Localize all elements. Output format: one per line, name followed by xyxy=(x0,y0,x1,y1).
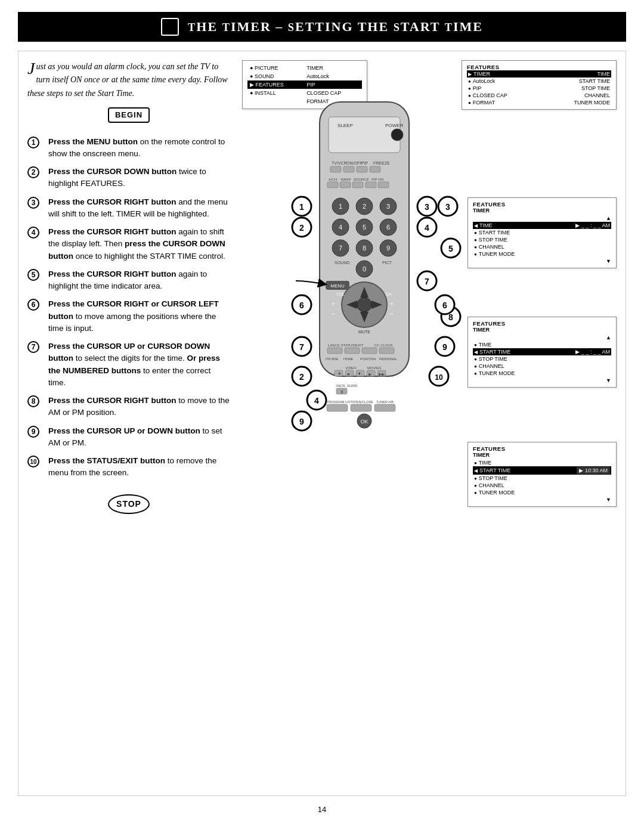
screen5-st-value: ▶ 10:30 AM xyxy=(577,467,610,474)
remote-svg: SLEEP POWER TV/VCR ON/OFF PIP FREEZE A xyxy=(248,90,481,615)
svg-text:VIDEO: VIDEO xyxy=(345,366,357,370)
svg-rect-64 xyxy=(379,348,394,354)
step-9-text: Press the CURSOR UP or DOWN button to se… xyxy=(48,425,230,450)
svg-text:2: 2 xyxy=(299,223,304,233)
svg-text:0: 0 xyxy=(363,265,366,272)
screen3-time-bullet: ◀ xyxy=(474,223,478,228)
screen-label-picture: ● PICTURE xyxy=(247,64,304,72)
svg-text:SOURCE: SOURCE xyxy=(354,178,369,181)
step-5-text: Press the CURSOR RIGHT button again to h… xyxy=(48,268,230,293)
svg-text:LANCE STATUS/EXIT: LANCE STATUS/EXIT xyxy=(328,343,364,347)
screen5-time-label: TIME xyxy=(479,460,492,466)
svg-text:CC CLOCK: CC CLOCK xyxy=(374,343,393,347)
svg-text:MOVIES: MOVIES xyxy=(367,366,381,370)
svg-rect-87 xyxy=(327,404,348,411)
step-2: 2 Press the CURSOR DOWN button twice to … xyxy=(27,166,230,190)
svg-text:7: 7 xyxy=(339,244,342,252)
screen5-ch-label: CHANNEL xyxy=(479,482,504,488)
screen4-tm-bullet: ● xyxy=(474,371,477,376)
screen3-spt-label: STOP TIME xyxy=(479,237,507,243)
svg-text:7: 7 xyxy=(425,277,429,286)
page-title: THE TIMER – SETTING THE START TIME xyxy=(188,19,483,35)
screen2-autolock-bullet: ● xyxy=(468,79,471,84)
step-3-number: 3 xyxy=(27,197,39,209)
screen3-starttime-row: ● START TIME xyxy=(473,229,611,236)
step-6-number: 6 xyxy=(27,299,39,311)
remote-control-area: SLEEP POWER TV/VCR ON/OFF PIP FREEZE A xyxy=(248,90,481,627)
svg-text:CH: CH xyxy=(385,292,391,296)
screen3-subheader: TIMER xyxy=(473,208,611,213)
screen4-tm-label: TUNER MODE xyxy=(479,370,515,376)
svg-text:OPEN/CLOSE: OPEN/CLOSE xyxy=(352,400,373,404)
svg-text:INCR. SURR.: INCR. SURR. xyxy=(336,384,358,388)
screen2-stoptime-label: STOP TIME xyxy=(581,85,610,91)
svg-text:MENU: MENU xyxy=(330,283,345,289)
svg-text:MUTE: MUTE xyxy=(358,330,370,334)
screen4-channel-row: ● CHANNEL xyxy=(473,363,611,370)
step-7: 7 Press the CURSOR UP or CURSOR DOWN but… xyxy=(27,340,230,389)
svg-text:▶▶: ▶▶ xyxy=(379,372,385,376)
svg-text:■: ■ xyxy=(347,372,349,376)
screen-row-picture: ● PICTURE TIMER xyxy=(247,64,362,72)
screen4-subheader: TIMER xyxy=(473,327,611,333)
screen4-up-arrow: ▲ xyxy=(606,335,611,340)
screen5-st-bullet: ◀ xyxy=(474,468,478,473)
svg-point-4 xyxy=(391,129,403,141)
screen2-time-label: TIME xyxy=(597,71,611,77)
svg-text:–: – xyxy=(332,310,335,317)
screen5-tunermode-row: ● TUNER MODE xyxy=(473,489,611,496)
screen3-spt-bullet: ● xyxy=(474,237,477,243)
screen2-closedcap-row: ● CLOSED CAP CHANNEL xyxy=(467,92,611,99)
step-5: 5 Press the CURSOR RIGHT button again to… xyxy=(27,268,230,293)
main-content: Just as you would an alarm clock, you ca… xyxy=(18,51,626,796)
step-9: 9 Press the CURSOR UP or DOWN button to … xyxy=(27,425,230,450)
svg-text:9: 9 xyxy=(299,417,304,426)
svg-text:A/CH: A/CH xyxy=(329,178,337,181)
svg-text:FREEZE: FREEZE xyxy=(373,161,390,165)
drop-cap: J xyxy=(27,60,35,77)
svg-text:PERSONAL: PERSONAL xyxy=(379,357,397,361)
screen3-time-row: ◀ TIME ▶ _ _ : _ _ AM xyxy=(473,222,611,229)
svg-text:6: 6 xyxy=(386,224,390,231)
begin-label: BEGIN xyxy=(108,107,150,123)
step-9-number: 9 xyxy=(27,426,39,438)
svg-text:SWAP: SWAP xyxy=(340,178,351,181)
screen-value-timer: TIMER xyxy=(304,64,362,72)
intro-paragraph: Just as you would an alarm clock, you ca… xyxy=(27,60,230,100)
screen3-header: FEATURES xyxy=(473,201,611,208)
screen4-ch-label: CHANNEL xyxy=(479,363,504,369)
screen2-autolock-row: ● AutoLock START TIME xyxy=(467,78,611,85)
screen5-time-row: ● TIME xyxy=(473,459,611,466)
step-8-text: Press the CURSOR RIGHT button to move to… xyxy=(48,395,230,419)
screen5-spt-label: STOP TIME xyxy=(479,475,507,481)
step-10: 10 Press the STATUS/EXIT button to remov… xyxy=(27,455,230,479)
svg-rect-20 xyxy=(366,182,376,188)
screen-value-pip: PIP xyxy=(304,80,362,89)
screen4-tunermode-row: ● TUNER MODE xyxy=(473,370,611,377)
screen2-tunermode-label: TUNER MODE xyxy=(574,100,611,106)
svg-rect-63 xyxy=(362,348,377,354)
screen-timer-filled: FEATURES TIMER ● TIME ◀ START TIME ▶ 10:… xyxy=(467,442,617,507)
screen-timer-starttime: FEATURES TIMER ▲ ● TIME ◀ START TIME ▶ _… xyxy=(467,317,617,388)
screen3-st-bullet: ● xyxy=(474,230,477,236)
screen2-pip-row: ● PIP STOP TIME xyxy=(467,85,611,92)
svg-text:PICT: PICT xyxy=(382,261,392,265)
screen5: FEATURES TIMER ● TIME ◀ START TIME ▶ 10:… xyxy=(467,442,617,507)
step-4: 4 Press the CURSOR RIGHT button again to… xyxy=(27,226,230,262)
svg-text:PIP ON: PIP ON xyxy=(371,178,383,181)
svg-rect-1 xyxy=(329,117,400,153)
screen3-tunermode-row: ● TUNER MODE xyxy=(473,250,611,258)
screen4-spt-bullet: ● xyxy=(474,357,477,362)
screen3-st-label: START TIME xyxy=(479,230,510,236)
screen2-timer-label: TIMER xyxy=(473,71,490,77)
screen4-ch-bullet: ● xyxy=(474,364,477,369)
screen2-autolock-label: AutoLock xyxy=(473,78,496,84)
svg-text:5: 5 xyxy=(363,224,366,231)
title-icon xyxy=(161,18,179,36)
screen3-up-indicator: ▲ xyxy=(473,215,611,222)
svg-rect-61 xyxy=(327,348,342,354)
step-2-number: 2 xyxy=(27,166,39,178)
svg-text:2: 2 xyxy=(363,203,366,210)
screen3-time-label: TIME xyxy=(479,222,493,228)
svg-text:2: 2 xyxy=(299,372,304,382)
